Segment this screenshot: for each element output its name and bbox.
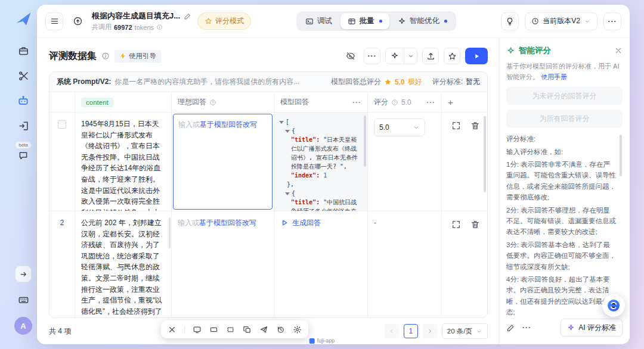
table-header: content 理想回答 模型回答 ··· 评分 5.0 ···: [49, 92, 487, 113]
score-unscored-button[interactable]: 为未评分的回答评分: [506, 87, 623, 105]
assistant-bubble[interactable]: [602, 294, 625, 317]
manual-link[interactable]: 使用手册: [541, 73, 567, 80]
help-icon: [391, 99, 398, 106]
criteria-textarea[interactable]: 评分标准: 输入评分标准，如: 1分: 表示回答非常不满意，存在严重问题。可能包…: [506, 133, 623, 316]
overall-score: 模型回答总评分 5.0 极好 评分标准: 暂无: [331, 77, 480, 87]
sidebar-item-agent[interactable]: [14, 92, 32, 110]
user-avatar[interactable]: A: [14, 317, 32, 335]
expand-sidebar-button[interactable]: [15, 266, 32, 282]
edit-icon[interactable]: [506, 323, 515, 332]
mode-tabs: 调试 批量 智能优化: [296, 11, 456, 31]
dataset-more-button[interactable]: ···: [364, 48, 380, 64]
row-checkbox[interactable]: [58, 120, 66, 129]
rewrite-from-model-link[interactable]: 基于模型回答改写: [200, 120, 257, 129]
robot-icon: [17, 95, 29, 107]
panel-more-icon[interactable]: ···: [522, 324, 531, 331]
tab-optimize[interactable]: 智能优化: [391, 13, 454, 29]
prev-page-button[interactable]: [385, 324, 399, 338]
collapse-arrow-icon[interactable]: [285, 130, 290, 133]
history-icon[interactable]: [276, 325, 285, 334]
header-content[interactable]: content: [75, 92, 172, 112]
criteria-label: 评分标准:: [432, 77, 463, 87]
usage-guide-badge[interactable]: 使用引导: [114, 50, 161, 63]
sidebar-item-beta[interactable]: beta: [16, 142, 31, 161]
hide-columns-button[interactable]: [342, 48, 359, 64]
scrollbar-thumb[interactable]: [169, 217, 171, 248]
collapse-arrow-icon[interactable]: [285, 192, 290, 195]
content-cell[interactable]: 1945年8月15日，日本天皇裕仁以广播形式发布《终战诏书》，宣布日本无条件投降…: [75, 113, 172, 211]
expand-row-icon[interactable]: [451, 220, 461, 229]
pagination: 1 20 条/页: [385, 323, 488, 339]
sidebar-item-workspace[interactable]: [14, 42, 32, 60]
score-dropdown[interactable]: 5.0: [374, 119, 425, 136]
generate-answer-button[interactable]: 生成回答: [280, 217, 321, 229]
settings-gear-icon[interactable]: [293, 325, 302, 334]
json-brace: {: [292, 127, 295, 134]
close-icon[interactable]: [168, 325, 177, 334]
copy-icon[interactable]: [243, 325, 252, 334]
tips-button[interactable]: [501, 13, 519, 30]
favorite-button[interactable]: [444, 48, 460, 64]
selection-icon[interactable]: [226, 325, 235, 334]
close-icon[interactable]: [614, 46, 623, 55]
notification-dot: [444, 20, 447, 23]
topbar-more-button[interactable]: ···: [603, 13, 621, 30]
score-column-value: 5.0: [401, 98, 411, 107]
page-size-dropdown[interactable]: 20 条/页: [442, 323, 488, 339]
tab-debug[interactable]: 调试: [298, 13, 339, 29]
page-number[interactable]: 1: [404, 324, 418, 338]
model-answer-cell: 生成回答: [274, 211, 368, 317]
version-dropdown[interactable]: 当前版本V2: [525, 13, 597, 30]
tab-batch[interactable]: 批量: [340, 13, 389, 29]
edit-title-icon[interactable]: [184, 13, 191, 20]
chevron-right-icon: [426, 328, 434, 335]
run-all-button[interactable]: [465, 48, 488, 64]
panel-header: 智能评分: [506, 45, 623, 56]
total-count: 共 4 项: [49, 326, 71, 336]
shortcuts-button[interactable]: [14, 291, 32, 309]
trash-icon[interactable]: [470, 220, 480, 229]
header-model-answer[interactable]: 模型回答 ···: [274, 92, 368, 112]
content-cell[interactable]: 公元前 202 年，刘邦建立汉朝，定都长安。汉初经济残破、百废待兴，为了巩固统治…: [75, 211, 172, 317]
column-more-icon[interactable]: ···: [352, 99, 361, 106]
notification-dot: [379, 20, 382, 23]
monitor-icon[interactable]: [193, 325, 202, 334]
ai-generate-dropdown[interactable]: [404, 48, 417, 64]
collapse-arrow-icon[interactable]: [279, 121, 284, 124]
score-mode-badge[interactable]: 评分模式: [197, 13, 251, 30]
window-icon[interactable]: [209, 325, 218, 334]
smart-scoring-panel: 智能评分 基于你对模型回答的评分标准，用于 AI 智能评分。 使用手册 为未评分…: [499, 38, 630, 344]
menu-button[interactable]: [45, 13, 63, 30]
header-score[interactable]: 评分 5.0 ···: [368, 92, 442, 112]
score-all-button[interactable]: 为所有回答评分: [506, 110, 623, 127]
topbar: 根据内容生成题目填充J... 共调用 69972 tokens 评分模式 调试 …: [37, 5, 630, 38]
column-more-icon[interactable]: ···: [426, 99, 435, 106]
content-text: 1945年8月15日，日本天皇裕仁以广播形式发布《终战诏书》，宣布日本无条件投降…: [81, 120, 160, 211]
next-page-button[interactable]: [423, 324, 437, 338]
sidebar-item-tools[interactable]: [14, 67, 32, 85]
sparkle-icon: [398, 17, 406, 26]
model-answer-cell[interactable]: [ { "title": "日本天皇裕仁以广播形式发布《终战诏书》, 宣布日本无…: [274, 113, 368, 211]
ai-generate-button[interactable]: [386, 48, 404, 64]
scrollbar-thumb[interactable]: [484, 116, 486, 192]
switch-prompt-button[interactable]: [69, 13, 86, 30]
expand-row-icon[interactable]: [451, 121, 461, 130]
ai-criteria-button[interactable]: AI 评分标准: [561, 319, 623, 336]
prompt-title: 根据内容生成题目填充J...: [92, 11, 180, 21]
scrollbar-thumb[interactable]: [364, 116, 366, 167]
header-add-column[interactable]: +: [442, 92, 487, 112]
ideal-answer-cell[interactable]: 输入或基于模型回答改写: [172, 211, 274, 317]
send-icon[interactable]: [259, 325, 268, 334]
json-brace: },: [287, 181, 294, 188]
sidebar-item-publish[interactable]: [14, 117, 32, 135]
json-bracket: [: [286, 119, 289, 125]
overall-score-grade: 极好: [408, 77, 422, 87]
eye-off-icon: [346, 51, 355, 61]
rewrite-from-model-link[interactable]: 基于模型回答改写: [199, 219, 256, 227]
trash-icon[interactable]: [470, 121, 480, 130]
scrollbar-thumb[interactable]: [620, 135, 622, 176]
score-cell[interactable]: -: [368, 211, 442, 317]
header-ideal-answer[interactable]: 理想回答: [172, 92, 274, 112]
ideal-answer-input[interactable]: 输入或基于模型回答改写: [173, 114, 273, 210]
export-button[interactable]: [422, 48, 439, 64]
